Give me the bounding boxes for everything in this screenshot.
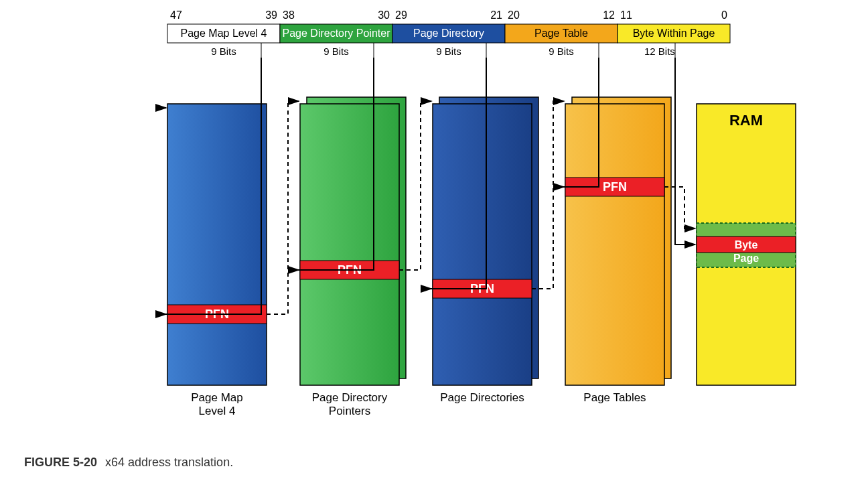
bitfield-label-0: Page Map Level 4: [181, 27, 267, 39]
bitfield-lo-0: 39: [265, 9, 277, 21]
bitfield-bits-1: 9 Bits: [323, 46, 349, 57]
bitfield-lo-4: 0: [721, 9, 727, 21]
bitfield-label-1: Page Directory Pointer: [283, 27, 391, 39]
table-caption-3: Page Tables: [583, 391, 646, 404]
table-1: [300, 104, 399, 385]
bitfield-label-4: Byte Within Page: [633, 27, 715, 39]
bitfield-hi-0: 47: [170, 9, 182, 21]
ram-byte-label: Byte: [735, 239, 758, 251]
ram-page-label: Page: [733, 253, 759, 264]
bitfield-hi-2: 29: [395, 9, 407, 21]
bitfield-label-2: Page Directory: [413, 27, 484, 39]
bitfield-lo-2: 21: [490, 9, 502, 21]
bitfield-lo-1: 30: [378, 9, 390, 21]
figure-caption: FIGURE 5-20x64 address translation.: [24, 456, 233, 470]
bitfield-hi-1: 38: [283, 9, 295, 21]
table-0: [167, 104, 267, 385]
table-2: [433, 104, 532, 385]
bitfield-bits-3: 9 Bits: [549, 46, 574, 57]
figure-text: x64 address translation.: [105, 456, 233, 469]
pfn-label-3: PFN: [603, 180, 627, 194]
table-3: [565, 104, 664, 385]
table-caption-2: Page Directories: [440, 391, 524, 404]
bitfield-bits-2: 9 Bits: [436, 46, 461, 57]
svg-text:Level 4: Level 4: [199, 405, 236, 417]
bitfield-label-3: Page Table: [534, 27, 588, 39]
table-caption-0: Page Map: [191, 391, 243, 404]
table-caption-1: Page Directory: [312, 391, 388, 404]
svg-text:Pointers: Pointers: [329, 405, 370, 417]
bitfield-hi-4: 11: [620, 9, 632, 21]
bitfield-bits-4: 12 Bits: [644, 46, 675, 57]
bitfield-bits-0: 9 Bits: [211, 46, 236, 57]
ram-label: RAM: [729, 112, 763, 129]
bitfield-hi-3: 20: [508, 9, 520, 21]
bitfield-lo-3: 12: [603, 9, 615, 21]
figure-number: FIGURE 5-20: [24, 456, 97, 469]
